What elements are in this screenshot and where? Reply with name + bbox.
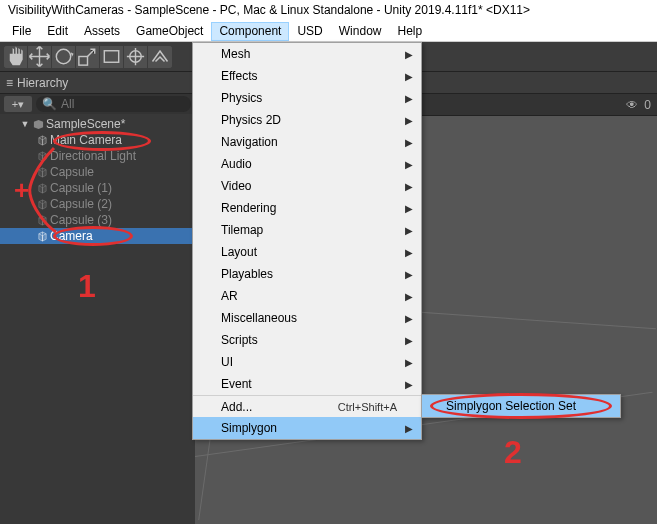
menu-item-label: AR [221, 289, 238, 303]
submenu-item-label: Simplygon Selection Set [446, 399, 576, 413]
hierarchy-add-button[interactable]: +▾ [4, 96, 32, 112]
hierarchy-panel: ≡ Hierarchy +▾ 🔍 All ▼ SampleScene* Main… [0, 42, 195, 524]
cube-icon [36, 166, 48, 178]
menu-bar: File Edit Assets GameObject Component US… [0, 22, 657, 42]
hierarchy-item-directional-light[interactable]: Directional Light [0, 148, 195, 164]
menu-item-label: Add... [221, 400, 252, 414]
menu-item-playables[interactable]: Playables▶ [193, 263, 421, 285]
menu-item-ui[interactable]: UI▶ [193, 351, 421, 373]
hierarchy-item-label: Main Camera [50, 133, 122, 147]
hierarchy-item-label: Directional Light [50, 149, 136, 163]
menu-shortcut: Ctrl+Shift+A [338, 401, 397, 413]
submenu-arrow-icon: ▶ [405, 137, 413, 148]
menu-file[interactable]: File [4, 22, 39, 41]
cube-icon [36, 214, 48, 226]
cube-icon [36, 198, 48, 210]
hierarchy-title: Hierarchy [17, 76, 68, 90]
menu-item-label: Physics 2D [221, 113, 281, 127]
window-title: VisibilityWithCameras - SampleScene - PC… [0, 0, 657, 22]
cube-icon [36, 182, 48, 194]
component-menu: Mesh▶Effects▶Physics▶Physics 2D▶Navigati… [192, 42, 422, 440]
custom-tool-icon[interactable] [148, 46, 172, 68]
menu-item-tilemap[interactable]: Tilemap▶ [193, 219, 421, 241]
menu-item-effects[interactable]: Effects▶ [193, 65, 421, 87]
menu-item-add-[interactable]: Add...Ctrl+Shift+A [193, 395, 421, 417]
menu-item-physics-2d[interactable]: Physics 2D▶ [193, 109, 421, 131]
menu-item-video[interactable]: Video▶ [193, 175, 421, 197]
menu-item-mesh[interactable]: Mesh▶ [193, 43, 421, 65]
submenu-arrow-icon: ▶ [405, 159, 413, 170]
menu-help[interactable]: Help [389, 22, 430, 41]
menu-gameobject[interactable]: GameObject [128, 22, 211, 41]
submenu-arrow-icon: ▶ [405, 423, 413, 434]
menu-item-label: Scripts [221, 333, 258, 347]
search-icon: 🔍 [42, 97, 57, 111]
simplygon-selection-set-item[interactable]: Simplygon Selection Set [422, 395, 620, 417]
hidden-icon[interactable]: 👁 [626, 98, 638, 112]
hierarchy-toolbar: +▾ 🔍 All [0, 94, 195, 114]
expand-icon[interactable]: ▼ [20, 119, 30, 129]
cube-icon [36, 150, 48, 162]
svg-point-0 [56, 49, 70, 63]
submenu-arrow-icon: ▶ [405, 291, 413, 302]
menu-item-navigation[interactable]: Navigation▶ [193, 131, 421, 153]
rotate-tool-icon[interactable] [52, 46, 76, 68]
scene-row[interactable]: ▼ SampleScene* [0, 116, 195, 132]
menu-window[interactable]: Window [331, 22, 390, 41]
submenu-arrow-icon: ▶ [405, 93, 413, 104]
menu-usd[interactable]: USD [289, 22, 330, 41]
submenu-arrow-icon: ▶ [405, 247, 413, 258]
hierarchy-search-placeholder: All [61, 97, 74, 111]
hierarchy-item-capsule[interactable]: Capsule [0, 164, 195, 180]
scale-tool-icon[interactable] [76, 46, 100, 68]
hierarchy-search-input[interactable]: 🔍 All [36, 96, 191, 112]
menu-item-label: Tilemap [221, 223, 263, 237]
submenu-arrow-icon: ▶ [405, 313, 413, 324]
submenu-arrow-icon: ▶ [405, 115, 413, 126]
rect-tool-icon[interactable] [100, 46, 124, 68]
hierarchy-tree: ▼ SampleScene* Main CameraDirectional Li… [0, 114, 195, 246]
menu-item-rendering[interactable]: Rendering▶ [193, 197, 421, 219]
simplygon-submenu: Simplygon Selection Set [421, 394, 621, 418]
hand-tool-icon[interactable] [4, 46, 28, 68]
hierarchy-item-capsule-2-[interactable]: Capsule (2) [0, 196, 195, 212]
menu-component[interactable]: Component [211, 22, 289, 41]
transform-tool-icon[interactable] [124, 46, 148, 68]
menu-item-audio[interactable]: Audio▶ [193, 153, 421, 175]
hierarchy-icon: ≡ [6, 76, 13, 90]
menu-item-simplygon[interactable]: Simplygon▶ [193, 417, 421, 439]
menu-item-label: Physics [221, 91, 262, 105]
menu-item-layout[interactable]: Layout▶ [193, 241, 421, 263]
scene-label: SampleScene* [46, 117, 125, 131]
hierarchy-item-label: Capsule (1) [50, 181, 112, 195]
menu-item-label: Rendering [221, 201, 276, 215]
menu-item-label: Audio [221, 157, 252, 171]
menu-item-ar[interactable]: AR▶ [193, 285, 421, 307]
hierarchy-item-label: Capsule (2) [50, 197, 112, 211]
unity-icon [32, 118, 44, 130]
hierarchy-item-capsule-1-[interactable]: Capsule (1) [0, 180, 195, 196]
menu-item-scripts[interactable]: Scripts▶ [193, 329, 421, 351]
menu-item-label: Navigation [221, 135, 278, 149]
hierarchy-item-capsule-3-[interactable]: Capsule (3) [0, 212, 195, 228]
menu-item-label: Mesh [221, 47, 250, 61]
submenu-arrow-icon: ▶ [405, 49, 413, 60]
menu-item-miscellaneous[interactable]: Miscellaneous▶ [193, 307, 421, 329]
menu-item-event[interactable]: Event▶ [193, 373, 421, 395]
submenu-arrow-icon: ▶ [405, 269, 413, 280]
menu-assets[interactable]: Assets [76, 22, 128, 41]
svg-rect-2 [104, 51, 118, 63]
submenu-arrow-icon: ▶ [405, 181, 413, 192]
menu-edit[interactable]: Edit [39, 22, 76, 41]
menu-item-physics[interactable]: Physics▶ [193, 87, 421, 109]
hierarchy-item-main-camera[interactable]: Main Camera [0, 132, 195, 148]
menu-item-label: Layout [221, 245, 257, 259]
submenu-arrow-icon: ▶ [405, 357, 413, 368]
hierarchy-header: ≡ Hierarchy [0, 72, 195, 94]
cube-icon [36, 230, 48, 242]
svg-rect-1 [79, 57, 88, 66]
menu-item-label: Playables [221, 267, 273, 281]
hierarchy-item-camera[interactable]: Camera [0, 228, 195, 244]
menu-item-label: Video [221, 179, 251, 193]
move-tool-icon[interactable] [28, 46, 52, 68]
